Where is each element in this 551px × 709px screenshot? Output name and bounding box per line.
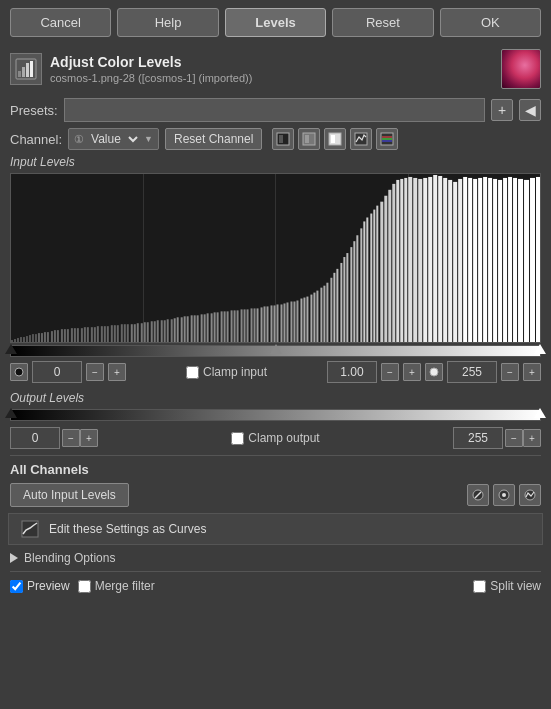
output-slider-track[interactable]	[10, 409, 541, 421]
clamp-input-checkbox[interactable]	[186, 366, 199, 379]
blending-row[interactable]: Blending Options	[0, 547, 551, 569]
svg-rect-117	[343, 257, 345, 342]
svg-rect-50	[121, 324, 123, 342]
white-eyedropper-icon[interactable]	[425, 363, 443, 381]
histogram	[10, 173, 541, 343]
levels-button[interactable]: Levels	[225, 8, 326, 37]
svg-rect-23	[32, 334, 34, 342]
input-mid-plus[interactable]: +	[403, 363, 421, 381]
svg-rect-159	[530, 178, 535, 342]
output-white-value[interactable]	[453, 427, 503, 449]
svg-rect-74	[201, 314, 203, 342]
svg-rect-39	[84, 327, 86, 342]
output-black-value[interactable]	[10, 427, 60, 449]
svg-rect-139	[428, 177, 432, 342]
svg-rect-19	[20, 337, 22, 342]
svg-rect-137	[418, 179, 422, 342]
channel-icon-1[interactable]	[272, 128, 294, 150]
svg-rect-48	[114, 325, 116, 342]
edit-curves-row[interactable]: Edit these Settings as Curves	[8, 513, 543, 545]
clamp-output-checkbox[interactable]	[231, 432, 244, 445]
svg-rect-26	[41, 333, 43, 342]
output-white-minus[interactable]: −	[505, 429, 523, 447]
split-check-label: Split view	[473, 579, 541, 593]
svg-rect-66	[174, 318, 176, 342]
input-mid-minus[interactable]: −	[381, 363, 399, 381]
svg-rect-49	[117, 325, 119, 342]
auto-input-levels-button[interactable]: Auto Input Levels	[10, 483, 129, 507]
input-mid-value[interactable]	[327, 361, 377, 383]
svg-rect-115	[336, 269, 338, 342]
channel-icon-2[interactable]	[298, 128, 320, 150]
channel-icon-5[interactable]	[376, 128, 398, 150]
svg-rect-133	[400, 179, 403, 342]
input-white-plus[interactable]: +	[523, 363, 541, 381]
svg-rect-29	[51, 331, 53, 342]
output-black-handle[interactable]	[5, 408, 17, 418]
input-black-minus[interactable]: −	[86, 363, 104, 381]
output-black-plus[interactable]: +	[80, 429, 98, 447]
svg-rect-83	[231, 310, 233, 342]
svg-rect-85	[237, 310, 239, 342]
preset-add-button[interactable]: +	[491, 99, 513, 121]
preset-more-button[interactable]: ◀	[519, 99, 541, 121]
svg-rect-150	[483, 177, 487, 342]
auto-icon-group	[467, 484, 541, 506]
svg-rect-125	[370, 214, 372, 342]
svg-rect-151	[488, 178, 492, 342]
preview-check-label: Preview	[10, 579, 70, 593]
svg-rect-126	[373, 210, 375, 342]
all-channels-label: All Channels	[0, 458, 551, 479]
auto-icon-2[interactable]	[493, 484, 515, 506]
help-button[interactable]: Help	[117, 8, 218, 37]
input-black-plus[interactable]: +	[108, 363, 126, 381]
reset-button[interactable]: Reset	[332, 8, 433, 37]
preview-checkbox[interactable]	[10, 580, 23, 593]
svg-rect-121	[356, 235, 358, 342]
input-slider-track[interactable]	[10, 345, 541, 357]
channel-select[interactable]: Value Red Green Blue Alpha	[87, 131, 141, 147]
input-white-handle[interactable]	[534, 344, 546, 354]
svg-rect-27	[44, 332, 46, 342]
channel-icon-4[interactable]	[350, 128, 372, 150]
output-white-handle[interactable]	[534, 408, 546, 418]
svg-rect-135	[408, 177, 412, 342]
split-checkbox[interactable]	[473, 580, 486, 593]
toolbar: Cancel Help Levels Reset OK	[0, 0, 551, 45]
blending-text: Blending Options	[24, 551, 115, 565]
auto-icon-1[interactable]	[467, 484, 489, 506]
svg-rect-98	[280, 304, 282, 342]
presets-select[interactable]	[64, 98, 485, 122]
svg-rect-118	[346, 253, 348, 342]
input-white-value[interactable]	[447, 361, 497, 383]
input-mid-handle[interactable]	[270, 344, 282, 354]
ok-button[interactable]: OK	[440, 8, 541, 37]
black-eyedropper-icon[interactable]	[10, 363, 28, 381]
merge-checkbox[interactable]	[78, 580, 91, 593]
svg-rect-130	[388, 190, 391, 342]
output-levels-label: Output Levels	[0, 387, 551, 407]
input-white-minus[interactable]: −	[501, 363, 519, 381]
svg-rect-54	[134, 324, 136, 342]
svg-rect-67	[177, 317, 179, 342]
svg-rect-24	[35, 334, 37, 342]
bottom-row: Preview Merge filter Split view	[0, 574, 551, 598]
channel-icon-3[interactable]	[324, 128, 346, 150]
channel-num-icon: ①	[74, 133, 84, 146]
svg-rect-99	[283, 303, 285, 342]
svg-rect-37	[77, 328, 79, 342]
auto-icon-3[interactable]	[519, 484, 541, 506]
output-black-minus[interactable]: −	[62, 429, 80, 447]
output-white-plus[interactable]: +	[523, 429, 541, 447]
svg-rect-25	[38, 333, 40, 342]
merge-check-label: Merge filter	[78, 579, 155, 593]
svg-rect-70	[187, 316, 189, 342]
svg-rect-107	[310, 295, 312, 342]
input-black-handle[interactable]	[5, 344, 17, 354]
svg-rect-86	[241, 309, 243, 342]
reset-channel-button[interactable]: Reset Channel	[165, 128, 262, 150]
svg-rect-148	[473, 179, 477, 342]
input-black-value[interactable]	[32, 361, 82, 383]
histogram-svg	[11, 174, 540, 342]
cancel-button[interactable]: Cancel	[10, 8, 111, 37]
